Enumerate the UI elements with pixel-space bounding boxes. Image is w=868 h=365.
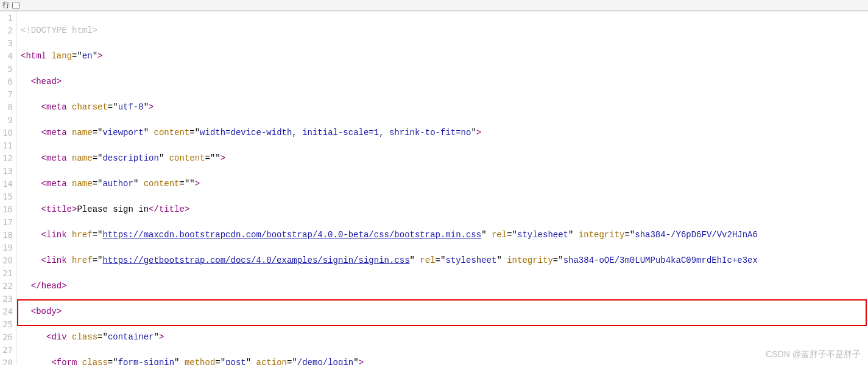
top-bar: 行	[0, 0, 868, 11]
code-line: <meta name="author" content="">	[21, 178, 868, 190]
code-editor[interactable]: 12345 678910 1112131415 1617181920 21222…	[0, 11, 868, 365]
code-content[interactable]: <!DOCTYPE html> <html lang="en"> <head> …	[17, 12, 868, 365]
code-line: <meta name="viewport" content="width=dev…	[21, 127, 868, 139]
line-gutter: 12345 678910 1112131415 1617181920 21222…	[0, 12, 17, 365]
code-line: <!DOCTYPE html>	[21, 24, 868, 37]
code-line: <link href="https://maxcdn.bootstrapcdn.…	[21, 229, 868, 242]
code-line: <link href="https://getbootstrap.com/doc…	[21, 254, 868, 267]
code-line: <div class="container">	[21, 331, 868, 344]
code-area[interactable]: <!DOCTYPE html> <html lang="en"> <head> …	[17, 12, 868, 365]
code-line: <meta name="description" content="">	[21, 152, 868, 165]
code-line: <head>	[21, 75, 868, 88]
code-line: <body>	[21, 305, 868, 318]
code-line: <html lang="en">	[21, 50, 868, 63]
wrap-label: 行	[2, 0, 10, 10]
code-line: <title>Please sign in</title>	[21, 203, 868, 216]
code-line: <meta charset="utf-8">	[21, 101, 868, 114]
wrap-checkbox[interactable]	[12, 2, 19, 9]
code-line: <form class="form-signin" method="post" …	[21, 356, 868, 365]
code-line: </head>	[21, 280, 868, 293]
